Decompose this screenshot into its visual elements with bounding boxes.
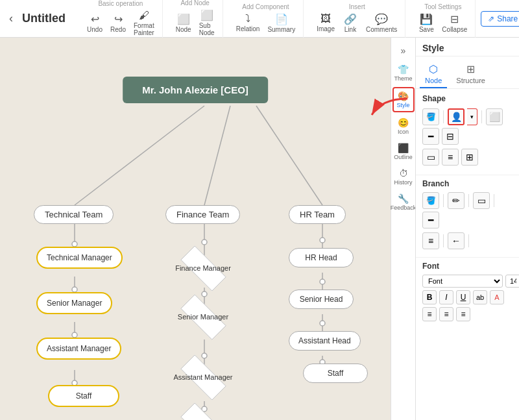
fill-color-button[interactable]: 🪣 <box>422 108 439 125</box>
svg-point-29 <box>320 279 325 284</box>
finance-manager-node[interactable]: Finance Manager <box>167 252 239 284</box>
shape-row-2: ▭ ≡ ⊞ <box>422 149 513 166</box>
hr-head-node[interactable]: HR Head <box>289 248 354 267</box>
main-area: Mr. John Alexzie [CEO] Technical Team Fi… <box>0 38 519 420</box>
branch-indent-button[interactable]: ≡ <box>422 232 439 249</box>
svg-line-1 <box>204 106 230 205</box>
style-button[interactable]: 🎨 Style <box>392 87 415 112</box>
hr-senior-node[interactable]: Senior Head <box>289 290 354 309</box>
hr-team-node[interactable]: HR Team <box>289 205 346 224</box>
add-component-label: Add Component <box>242 3 289 10</box>
strikethrough-button[interactable]: ab <box>473 290 487 304</box>
add-node-label: Add Node <box>180 0 209 6</box>
shape-border-button[interactable]: ▭ <box>422 149 439 166</box>
tab-structure[interactable]: ⊞ Structure <box>451 60 490 88</box>
mini-sidebar: » 👕 Theme 🎨 Style 😊 Icon ⬛ Outline ⏱ His… <box>391 38 415 420</box>
icon-button[interactable]: 😊 Icon <box>392 115 415 138</box>
branch-title: Branch <box>422 179 513 188</box>
save-button[interactable]: 💾 Save <box>416 12 437 34</box>
image-button[interactable]: 🖼 Image <box>314 12 337 34</box>
svg-point-10 <box>72 332 77 338</box>
font-color-button[interactable]: A <box>490 290 504 304</box>
shape-line-button[interactable]: ━ <box>422 128 439 145</box>
relation-button[interactable]: ⤵ Relation <box>234 12 263 34</box>
svg-point-26 <box>320 238 325 243</box>
history-icon: ⏱ <box>399 168 408 179</box>
shape-dropdown-button[interactable]: ▾ <box>467 108 477 125</box>
svg-line-0 <box>75 106 204 205</box>
collapse-button[interactable]: ⊟ Collapse <box>439 12 470 34</box>
link-button[interactable]: 🔗 Link <box>340 12 361 34</box>
expand-icon: » <box>401 45 406 56</box>
shape-row-1: 🪣 👤 ▾ ⬜ ━ ⊟ <box>422 108 513 145</box>
app-title: Untitled <box>22 12 74 25</box>
theme-icon: 👕 <box>398 64 409 75</box>
hr-assistant-node[interactable]: Assistant Head <box>289 331 361 351</box>
font-size-select[interactable]: 14 12 16 18 <box>505 275 519 288</box>
finance-senior-node[interactable]: Senior Manager <box>167 301 239 333</box>
insert-label: Insert <box>349 3 365 10</box>
tool-settings-label: Tool Settings <box>424 3 461 10</box>
bold-button[interactable]: B <box>422 290 437 304</box>
branch-rect-button[interactable]: ▭ <box>473 192 490 209</box>
history-button[interactable]: ⏱ History <box>392 166 415 188</box>
tech-staff-node[interactable]: Staff <box>48 385 119 407</box>
format-painter-button[interactable]: 🖌 Format Painter <box>131 8 157 38</box>
italic-button[interactable]: I <box>439 290 453 304</box>
shape-rect-button[interactable]: ⬜ <box>486 108 503 125</box>
tab-node[interactable]: ⬡ Node <box>420 60 447 88</box>
sub-node-button[interactable]: ⬜ Sub Node <box>197 8 217 38</box>
ceo-node[interactable]: Mr. John Alexzie [CEO] <box>123 77 268 103</box>
svg-point-15 <box>202 240 207 245</box>
canvas[interactable]: Mr. John Alexzie [CEO] Technical Team Fi… <box>0 38 391 420</box>
tool-settings-group: Tool Settings 💾 Save ⊟ Collapse <box>411 0 476 38</box>
tech-assistant-node[interactable]: Assistant Manager <box>36 338 121 360</box>
share-button[interactable]: ⇗ Share <box>481 11 519 27</box>
shape-person-button[interactable]: 👤 <box>448 108 465 125</box>
technical-team-node[interactable]: Technical Team <box>34 205 114 224</box>
panel-title: Style <box>416 38 519 56</box>
branch-row-2: ≡ ← <box>422 232 513 249</box>
redo-button[interactable]: ↪ Redo <box>108 12 128 34</box>
branch-line-button[interactable]: ✏ <box>448 192 465 209</box>
align-left-button[interactable]: ≡ <box>422 307 437 321</box>
font-family-select[interactable]: Font Arial Times New Roman <box>422 275 503 288</box>
hr-staff-node[interactable]: Staff <box>303 364 368 383</box>
shape-align-button[interactable]: ≡ <box>442 149 459 166</box>
align-center-button[interactable]: ≡ <box>439 307 453 321</box>
svg-point-4 <box>72 241 77 247</box>
finance-staff-node[interactable]: Staff <box>167 409 239 420</box>
align-right-button[interactable]: ≡ <box>456 307 470 321</box>
summary-button[interactable]: 📄 Summary <box>265 12 298 34</box>
comments-button[interactable]: 💬 Comments <box>363 12 400 34</box>
underline-button[interactable]: U <box>456 290 470 304</box>
undo-button[interactable]: ↩ Undo <box>84 12 105 34</box>
branch-dash-button[interactable]: ━ <box>422 212 439 229</box>
branch-arrow-button[interactable]: ← <box>448 232 465 249</box>
add-node-group: Add Node ⬜ Node ⬜ Sub Node <box>168 0 223 38</box>
svg-point-7 <box>72 287 77 292</box>
panel-tabs: ⬡ Node ⊞ Structure <box>416 56 519 89</box>
node-button[interactable]: ⬜ Node <box>173 12 194 34</box>
shape-dash-button[interactable]: ⊟ <box>442 128 459 145</box>
font-section: Font Font Arial Times New Roman 14 12 16… <box>416 258 519 328</box>
shape-table-button[interactable]: ⊞ <box>461 149 478 166</box>
expand-panel-button[interactable]: » <box>392 43 415 59</box>
back-button[interactable]: ‹ <box>5 9 17 28</box>
shape-section: Shape 🪣 👤 ▾ ⬜ ━ ⊟ ▭ ≡ ⊞ <box>416 89 519 175</box>
finance-assistant-node[interactable]: Assistant Manager <box>167 361 239 393</box>
font-selector-row: Font Arial Times New Roman 14 12 16 18 <box>422 275 513 288</box>
outline-button[interactable]: ⬛ Outline <box>392 140 415 163</box>
icon-icon: 😊 <box>398 117 409 128</box>
feedback-button[interactable]: 🔧 Feedback <box>392 191 415 214</box>
svg-point-18 <box>202 291 207 297</box>
finance-team-node[interactable]: Finance Team <box>165 205 240 224</box>
basic-operation-label: Basic operation <box>98 0 143 7</box>
theme-button[interactable]: 👕 Theme <box>392 62 415 84</box>
tech-manager-node[interactable]: Technical Manager <box>36 247 123 269</box>
node-tab-icon: ⬡ <box>429 63 438 75</box>
branch-color-button[interactable]: 🪣 <box>422 192 439 209</box>
branch-section: Branch 🪣 ✏ ▭ ━ ≡ ← <box>416 175 519 258</box>
insert-group: Insert 🖼 Image 🔗 Link 💬 Comments <box>309 0 405 38</box>
tech-senior-node[interactable]: Senior Manager <box>36 292 112 314</box>
